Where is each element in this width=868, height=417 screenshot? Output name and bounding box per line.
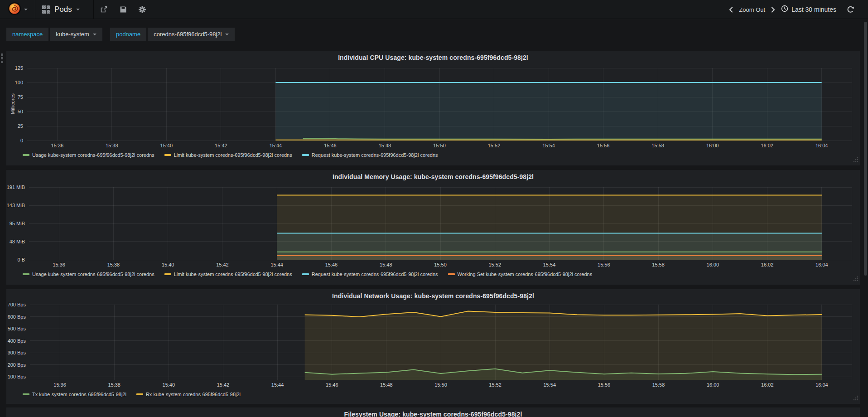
x-tick-label: 15:42 [207,143,236,148]
panel-title[interactable]: Filesystem Usage: kube-system coredns-69… [6,411,860,417]
chevron-down-icon [24,9,28,10]
legend-item[interactable]: Usage kube-system coredns-695f96dcd5-98j… [23,152,154,158]
legend-item[interactable]: Request kube-system coredns-695f96dcd5-9… [302,152,438,158]
y-tick-label: 600 Bps [6,314,26,320]
panel-resize-handle[interactable] [853,275,858,283]
x-tick-label: 15:48 [370,143,399,148]
x-tick-label: 16:00 [698,143,727,148]
legend-item[interactable]: Request kube-system coredns-695f96dcd5-9… [302,272,438,277]
y-tick-label: 100 Bps [6,374,26,379]
chart-legend: Usage kube-system coredns-695f96dcd5-98j… [23,152,438,158]
legend-series-label: Rx kube-system coredns-695f96dcd5-98j2l [146,392,241,397]
time-picker-button[interactable]: Last 30 minutes [781,5,836,14]
legend-series-label: Tx kube-system coredns-695f96dcd5-98j2l [32,392,126,397]
x-tick-label: 15:52 [480,262,509,267]
x-tick-label: 15:54 [535,382,564,388]
chart-canvas[interactable] [6,51,860,165]
x-tick-label: 15:56 [589,262,618,267]
clock-icon [781,5,788,14]
grafana-dashboard: Pods [0,0,868,417]
chevron-down-icon [225,34,229,35]
x-tick-label: 15:36 [43,143,72,148]
variable-value-text: kube-system [56,28,89,41]
legend-item[interactable]: Tx kube-system coredns-695f96dcd5-98j2l [23,392,126,397]
network-usage-chart: 100 Bps200 Bps300 Bps400 Bps500 Bps600 B… [6,289,860,404]
x-tick-label: 15:38 [97,143,126,148]
chevron-down-icon [93,34,96,35]
legend-series-color [448,273,455,275]
navbar-actions [94,0,146,19]
y-tick-label: 300 Bps [6,350,26,355]
legend-item[interactable]: Rx kube-system coredns-695f96dcd5-98j2l [136,392,241,397]
dashboard-title: Pods [54,5,72,14]
legend-series-label: Limit kube-system coredns-695f96dcd5-98j… [174,152,292,158]
panel-resize-handle[interactable] [853,156,858,164]
gear-icon[interactable] [139,6,146,13]
dashboard-picker[interactable]: Pods [36,0,94,19]
chart-canvas[interactable] [6,170,860,285]
grafana-menu-button[interactable] [0,0,35,19]
legend-item[interactable]: Usage kube-system coredns-695f96dcd5-98j… [23,272,154,277]
panel-memory-usage: Individual Memory Usage: kube-system cor… [6,170,860,285]
series-fill [277,255,822,260]
legend-series-label: Limit kube-system coredns-695f96dcd5-98j… [174,272,292,277]
x-tick-label: 15:40 [154,382,183,388]
x-tick-label: 15:52 [480,143,509,148]
y-tick-label: 400 Bps [6,338,26,344]
save-icon[interactable] [120,6,127,13]
x-tick-label: 16:00 [698,262,727,267]
y-tick-label: 191 MiB [6,184,25,190]
variable-value-namespace[interactable]: kube-system [50,28,102,41]
x-tick-label: 15:54 [535,262,564,267]
x-tick-label: 15:58 [643,143,672,148]
chevron-down-icon [76,9,80,10]
x-tick-label: 15:50 [425,143,454,148]
legend-item[interactable]: Limit kube-system coredns-695f96dcd5-98j… [164,272,292,277]
y-axis-title: Millicores [10,72,15,136]
y-tick-label: 125 [6,65,23,71]
chart-legend: Usage kube-system coredns-695f96dcd5-98j… [23,272,592,277]
legend-series-label: Usage kube-system coredns-695f96dcd5-98j… [32,272,154,277]
legend-series-color [302,273,309,275]
legend-series-label: Working Set kube-system coredns-695f96dc… [458,272,593,277]
variable-value-podname[interactable]: coredns-695f96dcd5-98j2l [148,28,235,41]
legend-series-color [23,393,29,395]
panel-filesystem-usage: Filesystem Usage: kube-system coredns-69… [6,407,860,417]
share-icon[interactable] [100,6,108,13]
panel-network-usage: Individual Network Usage: kube-system co… [6,289,860,404]
refresh-icon[interactable] [847,6,854,13]
variable-label-namespace: namespace [6,28,48,41]
chevron-right-icon[interactable] [771,7,775,13]
legend-series-color [23,154,29,156]
chart-legend: Tx kube-system coredns-695f96dcd5-98j2lR… [23,392,241,397]
x-tick-label: 16:04 [807,262,836,267]
y-tick-label: 0 B [6,257,25,262]
chevron-left-icon[interactable] [729,7,733,13]
y-tick-label: 500 Bps [6,326,26,331]
x-tick-label: 15:44 [263,382,292,388]
legend-series-color [23,273,29,275]
x-tick-label: 15:54 [534,143,563,148]
y-tick-label: 700 Bps [6,302,26,307]
series-fill [305,311,822,380]
zoom-out-button[interactable]: Zoom Out [739,6,765,13]
legend-item[interactable]: Limit kube-system coredns-695f96dcd5-98j… [164,152,292,158]
x-tick-label: 15:48 [372,382,401,388]
dashboard-grid-icon [42,5,50,14]
legend-series-label: Request kube-system coredns-695f96dcd5-9… [312,152,438,158]
legend-series-label: Request kube-system coredns-695f96dcd5-9… [312,272,438,277]
x-tick-label: 15:38 [100,382,129,388]
scrollbar-thumb[interactable] [864,22,867,276]
legend-series-label: Usage kube-system coredns-695f96dcd5-98j… [32,152,154,158]
time-controls: Zoom Out Last 30 minutes [729,0,854,19]
row-drag-handle[interactable] [1,53,5,63]
legend-item[interactable]: Working Set kube-system coredns-695f96dc… [448,272,593,277]
x-tick-label: 15:36 [44,262,73,267]
x-tick-label: 16:04 [807,382,836,388]
x-tick-label: 15:52 [481,382,510,388]
panel-resize-handle[interactable] [853,394,858,402]
x-tick-label: 15:44 [262,262,291,267]
x-tick-label: 15:48 [371,262,400,267]
y-tick-label: 0 [6,138,23,143]
series-fill [275,82,821,141]
